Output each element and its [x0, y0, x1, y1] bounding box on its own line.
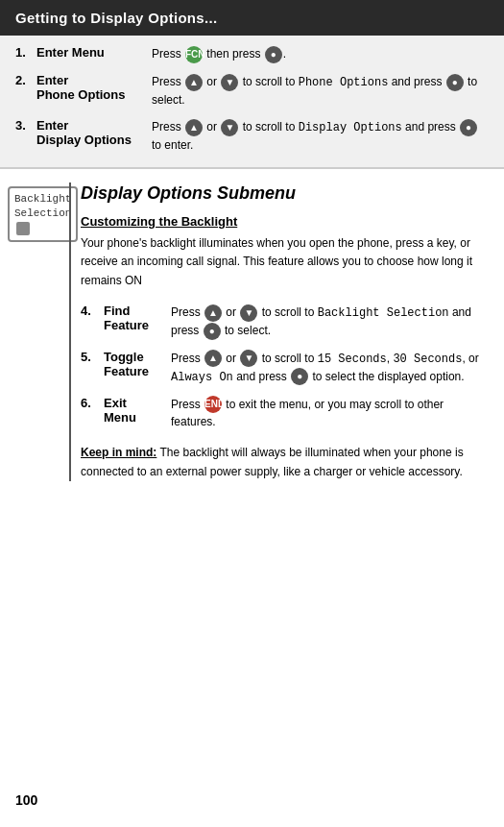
inner-step-desc-4: Press ▲ or ▼ to scroll to Backlight Sele…: [171, 304, 489, 340]
inner-step-row-4: 4. FindFeature Press ▲ or ▼ to scroll to…: [81, 304, 489, 340]
main-content: Backlight Selection Display Options Subm…: [0, 169, 504, 481]
up-btn-4: ▲: [204, 304, 222, 322]
inner-step-desc-6: Press END to exit the menu, or you may s…: [171, 396, 489, 431]
step-row-3: 3. EnterDisplay Options Press ▲ or ▼ to …: [15, 118, 489, 154]
body-text: Your phone's backlight illuminates when …: [81, 234, 489, 290]
inner-step-num-5: 5.: [81, 350, 104, 364]
step-label-1: Enter Menu: [36, 45, 152, 60]
step-row-2: 2. EnterPhone Options Press ▲ or ▼ to sc…: [15, 73, 489, 109]
page-header: Getting to Display Options...: [0, 0, 504, 36]
select-btn-3: ●: [460, 119, 477, 136]
sidebar: Backlight Selection: [0, 182, 69, 481]
step-label-2: EnterPhone Options: [36, 73, 152, 102]
keep-in-mind: Keep in mind: The backlight will always …: [81, 444, 489, 480]
inner-step-num-6: 6.: [81, 396, 104, 410]
down-btn-4: ▼: [240, 304, 257, 322]
step-desc-3: Press ▲ or ▼ to scroll to Display Option…: [152, 118, 489, 154]
down-btn-3: ▼: [221, 119, 238, 136]
up-btn-2: ▲: [185, 74, 203, 91]
step-num-1: 1.: [15, 45, 36, 60]
keep-in-mind-label: Keep in mind:: [81, 446, 156, 459]
customizing-title: Customizing the Backlight: [81, 214, 489, 229]
end-btn-6: END: [204, 396, 222, 413]
sidebar-line1: Backlight: [14, 193, 71, 205]
sidebar-line2: Selection: [14, 207, 71, 219]
section-title: Display Options Submenu: [81, 182, 489, 205]
page-number: 100: [15, 792, 37, 808]
inner-step-row-5: 5. ToggleFeature Press ▲ or ▼ to scroll …: [81, 350, 489, 386]
sidebar-label: Backlight Selection: [8, 186, 78, 242]
dot-button-icon: ●: [265, 46, 282, 63]
up-btn-5: ▲: [204, 350, 222, 367]
right-content: Display Options Submenu Customizing the …: [69, 182, 504, 481]
select-btn-4: ●: [204, 323, 221, 340]
up-btn-3: ▲: [185, 119, 203, 136]
down-btn-2: ▼: [221, 74, 238, 91]
inner-step-row-6: 6. ExitMenu Press END to exit the menu, …: [81, 396, 489, 431]
down-btn-5: ▼: [240, 350, 257, 367]
inner-step-label-4: FindFeature: [104, 304, 171, 332]
select-btn-2: ●: [446, 74, 464, 91]
inner-step-num-4: 4.: [81, 304, 104, 318]
step-num-3: 3.: [15, 118, 36, 133]
step-num-2: 2.: [15, 73, 36, 87]
select-btn-5: ●: [291, 368, 308, 385]
inner-step-label-6: ExitMenu: [104, 396, 171, 425]
step-desc-1: Press FCN then press ●.: [152, 45, 489, 63]
step-desc-2: Press ▲ or ▼ to scroll to Phone Options …: [152, 73, 489, 109]
inner-steps: 4. FindFeature Press ▲ or ▼ to scroll to…: [81, 304, 489, 431]
sidebar-icon: [16, 222, 30, 235]
header-title: Getting to Display Options...: [15, 10, 217, 26]
steps-table: 1. Enter Menu Press FCN then press ●. 2.…: [0, 36, 504, 169]
step-label-3: EnterDisplay Options: [36, 118, 152, 147]
step-row-1: 1. Enter Menu Press FCN then press ●.: [15, 45, 489, 63]
inner-step-label-5: ToggleFeature: [104, 350, 171, 378]
inner-step-desc-5: Press ▲ or ▼ to scroll to 15 Seconds, 30…: [171, 350, 489, 386]
fcn-button-icon: FCN: [185, 46, 203, 63]
